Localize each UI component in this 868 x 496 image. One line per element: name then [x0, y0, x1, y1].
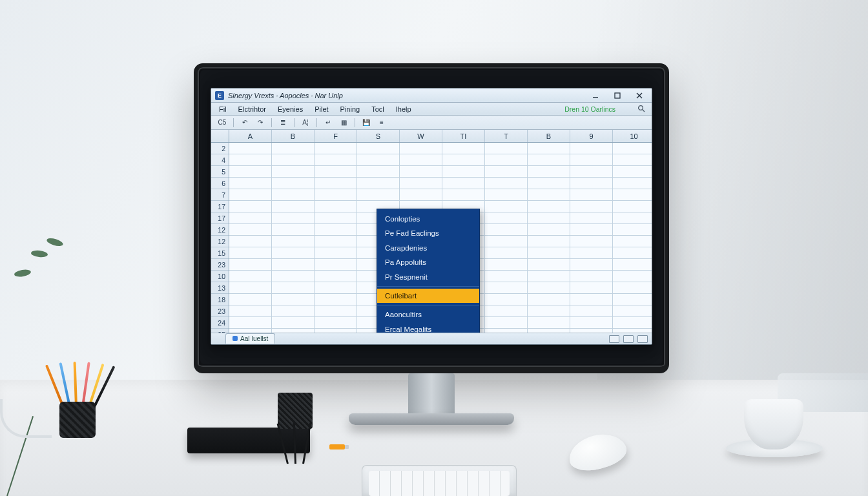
- cup-body: [59, 402, 96, 438]
- view-break-button[interactable]: [637, 335, 648, 343]
- column-header[interactable]: TI: [442, 130, 485, 142]
- row-header[interactable]: 6: [211, 178, 229, 189]
- select-all-corner[interactable]: [211, 130, 229, 143]
- monitor-stand-base: [349, 413, 514, 425]
- context-menu-item[interactable]: Conlopties: [377, 212, 479, 226]
- menu-tools[interactable]: Tocl: [370, 105, 386, 114]
- column-header[interactable]: T: [485, 130, 528, 142]
- svg-point-4: [639, 105, 643, 110]
- align-button[interactable]: ≣: [277, 118, 289, 128]
- column-header[interactable]: 9: [570, 130, 613, 142]
- monitor-stand-neck: [408, 373, 455, 418]
- menu-insert[interactable]: Pilet: [313, 105, 329, 114]
- row-header[interactable]: 17: [211, 201, 229, 212]
- menu-file[interactable]: Fil: [218, 105, 228, 114]
- toolbar: C5 ↶ ↷ ≣ A¦ ↵ ▦ 💾 ≡: [211, 116, 652, 130]
- screen: E Sinergy Vrexts · Aopocles · Nar Unlp: [200, 70, 663, 364]
- context-menu-item[interactable]: Carapdenies: [377, 241, 479, 255]
- context-menu-item[interactable]: Pr Sespnenit: [377, 270, 479, 284]
- plant-leaf: [31, 250, 48, 258]
- pencil-cup: [52, 380, 106, 438]
- pencil: [74, 362, 78, 407]
- row-header[interactable]: 18: [211, 294, 229, 305]
- redo-button[interactable]: ↷: [254, 118, 266, 128]
- search-icon[interactable]: [637, 105, 645, 114]
- pencil: [81, 362, 90, 407]
- row-header[interactable]: 13: [211, 282, 229, 294]
- row-header[interactable]: 24: [211, 317, 229, 329]
- plant-leaf: [46, 237, 64, 248]
- context-menu-item[interactable]: Pe Fad Eaclings: [377, 226, 479, 240]
- column-header[interactable]: 10: [613, 130, 652, 142]
- name-box[interactable]: C5: [216, 118, 228, 128]
- notebook: [187, 428, 310, 453]
- close-button[interactable]: [632, 90, 646, 101]
- menu-view[interactable]: Eyenies: [276, 105, 304, 114]
- table-button[interactable]: ▦: [338, 118, 349, 128]
- sheet-tab[interactable]: Aal Iuellst: [225, 333, 275, 344]
- statusbar: Aal Iuellst: [211, 333, 652, 344]
- row-header[interactable]: 15: [211, 247, 229, 259]
- menu-help[interactable]: Ihelp: [395, 105, 413, 114]
- column-header[interactable]: F: [315, 130, 357, 142]
- save-button[interactable]: 💾: [360, 118, 372, 128]
- menu-edit[interactable]: Elctrihtor: [237, 105, 267, 114]
- cell-grid[interactable]: [229, 143, 652, 333]
- row-header[interactable]: 12: [211, 224, 229, 236]
- titlebar[interactable]: E Sinergy Vrexts · Aopocles · Nar Unlp: [211, 88, 652, 103]
- svg-rect-1: [615, 93, 620, 98]
- row-header[interactable]: 7: [211, 189, 229, 201]
- app-icon: E: [215, 91, 224, 100]
- row-header[interactable]: 10: [211, 271, 229, 282]
- context-menu-item[interactable]: Ercal Megalits: [377, 322, 479, 333]
- usb-stick: [329, 444, 345, 450]
- coffee-cup: [726, 439, 823, 457]
- header-status-text: Dren 10 Oarlincs: [564, 105, 625, 113]
- svg-line-3: [637, 93, 642, 98]
- column-header[interactable]: W: [400, 130, 442, 142]
- row-header[interactable]: 17: [211, 212, 229, 224]
- column-header[interactable]: B: [272, 130, 315, 142]
- window-controls: [588, 90, 649, 101]
- sheet-tab-label: Aal Iuellst: [240, 335, 268, 342]
- menubar: Fil Elctrihtor Eyenies Pilet Pining Tocl…: [211, 103, 652, 116]
- row-header[interactable]: 2: [211, 143, 229, 154]
- view-normal-button[interactable]: [609, 335, 619, 343]
- row-header[interactable]: 25: [211, 329, 229, 333]
- context-menu-item[interactable]: Aaoncultirs: [377, 307, 479, 322]
- column-header[interactable]: A: [229, 130, 272, 142]
- keyboard: [362, 465, 517, 496]
- list-button[interactable]: ≡: [376, 118, 388, 128]
- row-header[interactable]: 5: [211, 166, 229, 178]
- window-title: Sinergy Vrexts · Aopocles · Nar Unlp: [228, 92, 343, 99]
- row-header[interactable]: 4: [211, 154, 229, 166]
- sheet-tab-icon: [232, 336, 238, 341]
- spreadsheet-window: E Sinergy Vrexts · Aopocles · Nar Unlp: [211, 88, 652, 345]
- maximize-button[interactable]: [610, 90, 625, 101]
- row-headers[interactable]: 24567171712121523101318232425: [211, 143, 229, 333]
- menu-format[interactable]: Pining: [339, 105, 362, 114]
- row-header[interactable]: 12: [211, 236, 229, 247]
- minimize-button[interactable]: [588, 90, 603, 101]
- column-headers[interactable]: ABFSWTITB910: [229, 130, 652, 143]
- view-page-button[interactable]: [623, 335, 634, 343]
- column-header[interactable]: B: [528, 130, 570, 142]
- wrap-button[interactable]: ↵: [322, 118, 334, 128]
- context-menu-item[interactable]: Cutleibart: [377, 289, 479, 303]
- context-menu-item[interactable]: Pa Appolults: [377, 255, 479, 269]
- undo-button[interactable]: ↶: [239, 118, 251, 128]
- svg-line-5: [643, 110, 645, 112]
- row-header[interactable]: 23: [211, 305, 229, 317]
- context-menu: ConloptiesPe Fad EaclingsCarapdeniesPa A…: [377, 209, 480, 333]
- row-header[interactable]: 23: [211, 259, 229, 271]
- mesh-pen-cup: [278, 393, 313, 429]
- sheet-area[interactable]: ABFSWTITB910 245671717121215231013182324…: [211, 130, 652, 333]
- monitor: E Sinergy Vrexts · Aopocles · Nar Unlp: [194, 63, 669, 373]
- column-header[interactable]: S: [357, 130, 400, 142]
- plant-leaf: [14, 269, 31, 278]
- svg-line-2: [637, 93, 642, 98]
- font-button[interactable]: A¦: [300, 118, 311, 128]
